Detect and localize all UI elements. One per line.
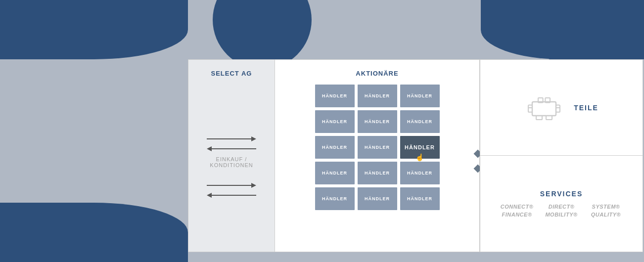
handler-btn-13[interactable]: HÄNDLER (358, 187, 397, 210)
select-ag-panel: SELECT AG EINKAUF /KONDITIONEN (188, 60, 275, 252)
service-item-2: SYSTEM® (584, 204, 628, 210)
handler-btn-12[interactable]: HÄNDLER (315, 187, 355, 210)
bg-shape-left-bottom (0, 203, 188, 262)
service-item-0: CONNECT® (495, 204, 539, 210)
service-item-1: DIRECT® (539, 204, 584, 210)
svg-rect-0 (532, 102, 556, 116)
handler-btn-2[interactable]: HÄNDLER (400, 85, 440, 107)
engine-icon (524, 93, 564, 123)
handler-btn-4[interactable]: HÄNDLER (358, 110, 397, 133)
main-container: SELECT AG EINKAUF /KONDITIONEN (188, 59, 480, 252)
handler-btn-3[interactable]: HÄNDLER (315, 110, 355, 133)
handler-btn-6[interactable]: HÄNDLER (315, 136, 355, 159)
right-section: TEILE SERVICES CONNECT®DIRECT®SYSTEM®FIN… (480, 59, 643, 252)
top-circle-2 (213, 0, 312, 69)
service-item-4: MOBILITY® (539, 212, 584, 218)
teile-title: TEILE (574, 104, 598, 112)
arrow-right-1 (207, 136, 256, 141)
arrow-left-1 (207, 146, 256, 151)
services-area: SERVICES CONNECT®DIRECT®SYSTEM®FINANCE®M… (480, 156, 643, 252)
handler-btn-1[interactable]: HÄNDLER (358, 85, 397, 107)
handler-btn-0[interactable]: HÄNDLER (315, 85, 355, 107)
handler-btn-14[interactable]: HÄNDLER (400, 187, 440, 210)
services-grid: CONNECT®DIRECT®SYSTEM®FINANCE®MOBILITY®Q… (495, 204, 628, 218)
einkauf-label: EINKAUF /KONDITIONEN (210, 156, 253, 168)
handler-btn-8[interactable]: HÄNDLER☝ (400, 136, 440, 159)
handler-btn-9[interactable]: HÄNDLER (315, 162, 355, 184)
handler-btn-11[interactable]: HÄNDLER (400, 162, 440, 184)
arrow-left-2 (207, 193, 256, 198)
handler-btn-7[interactable]: HÄNDLER (358, 136, 397, 159)
handler-btn-10[interactable]: HÄNDLER (358, 162, 397, 184)
arrow-right-2 (207, 183, 256, 188)
handler-grid: HÄNDLERHÄNDLERHÄNDLERHÄNDLERHÄNDLERHÄNDL… (315, 85, 440, 210)
select-ag-title: SELECT AG (211, 70, 252, 77)
service-item-5: QUALITY® (584, 212, 628, 218)
services-title: SERVICES (540, 190, 583, 198)
teile-area: TEILE (480, 60, 643, 156)
aktionare-title: AKTIONÄRE (356, 70, 398, 77)
service-item-3: FINANCE® (495, 212, 539, 218)
aktionare-panel: AKTIONÄRE HÄNDLERHÄNDLERHÄNDLERHÄNDLERHÄ… (275, 60, 479, 252)
handler-btn-5[interactable]: HÄNDLER (400, 110, 440, 133)
